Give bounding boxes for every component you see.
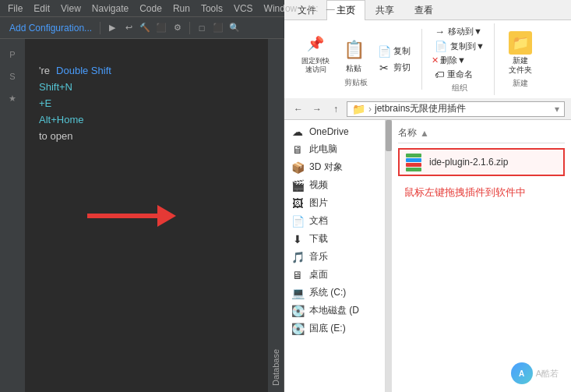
new-folder-icon: 📁 (509, 31, 532, 55)
popup-item-double-shift[interactable]: 're Double Shift (33, 62, 260, 79)
rename-icon: 🏷 (435, 69, 444, 80)
nav-video-label: 视频 (309, 178, 328, 192)
nav-onedrive[interactable]: ☁ OneDrive (284, 123, 385, 140)
address-path[interactable]: 📁 › jetbrains无限使用插件 ▾ (347, 101, 565, 117)
nav-desktop-label: 桌面 (309, 268, 328, 281)
sidebar-icon-2[interactable]: S (3, 67, 22, 86)
name-column-label: 名称 (398, 126, 417, 139)
nav-3d-objects[interactable]: 📦 3D 对象 (284, 158, 385, 176)
cut-button[interactable]: ✂ 剪切 (373, 60, 415, 76)
toolbar-run-btn[interactable]: ▶ (105, 21, 119, 35)
toolbar-extra1[interactable]: □ (195, 21, 209, 35)
toolbar-stop-btn[interactable]: ⬛ (154, 21, 168, 35)
nav-this-pc[interactable]: 🖥 此电脑 (284, 140, 385, 158)
back-button[interactable]: ← (291, 101, 306, 117)
menu-edit[interactable]: Edit (29, 2, 55, 16)
nav-desktop[interactable]: 🖥 桌面 (284, 266, 385, 284)
cut-icon: ✂ (378, 62, 390, 74)
up-button[interactable]: ↑ (328, 101, 344, 117)
delete-button[interactable]: ✕ 删除▼ (432, 55, 488, 66)
move-to-button[interactable]: → 移动到▼ (432, 25, 488, 38)
toolbar-settings-btn[interactable]: ⚙ (171, 21, 185, 35)
organize-group-label: 组织 (452, 83, 467, 94)
tab-share[interactable]: 共享 (365, 0, 404, 20)
toolbar-extra2[interactable]: ⬛ (211, 21, 225, 35)
database-sidebar-label[interactable]: Database (268, 39, 284, 392)
nav-onedrive-label: OneDrive (309, 126, 349, 137)
copy-icon: 📄 (378, 45, 390, 58)
toolbar-rerun-btn[interactable]: ↩ (122, 21, 136, 35)
popup-item-open[interactable]: to open (33, 128, 260, 144)
popup-item-e[interactable]: +E (33, 95, 260, 111)
music-icon: 🎵 (291, 251, 305, 263)
copyto-label: 复制到▼ (450, 41, 485, 52)
copy-button[interactable]: 📄 复制 (373, 44, 415, 59)
pin-label: 固定到快速访问 (301, 57, 330, 74)
nav-scrollbar[interactable] (386, 120, 392, 392)
popup-item-shift-n[interactable]: Shift+N (33, 79, 260, 95)
move-label: 移动到▼ (448, 26, 482, 37)
path-chevron: ▾ (555, 104, 559, 115)
ide-content-area: 're Double Shift Shift+N +E Alt+Home to … (25, 39, 268, 392)
nav-drive-e[interactable]: 💽 国底 (E:) (284, 320, 385, 337)
copy-cut-group: 📄 复制 ✂ 剪切 (373, 44, 415, 76)
toolbar-search-btn[interactable]: 🔍 (227, 21, 241, 35)
menu-te[interactable]: te: (303, 2, 323, 16)
nav-system-c[interactable]: 💻 系统 (C:) (284, 284, 385, 302)
drive-c-icon: 💻 (291, 287, 305, 299)
annotation-text: 鼠标左键拖拽插件到软件中 (398, 182, 565, 203)
video-icon: 🎬 (291, 179, 305, 192)
file-name-label: ide-plugin-2.1.6.zip (429, 157, 508, 168)
ribbon-group-clipboard: 📌 固定到快速访问 📋 粘贴 📄 复制 ✂ 剪切 (291, 29, 422, 90)
toolbar-build-btn[interactable]: 🔨 (138, 21, 152, 35)
paste-icon: 📋 (342, 38, 365, 62)
nav-pictures[interactable]: 🖼 图片 (284, 194, 385, 212)
tab-view[interactable]: 查看 (404, 0, 443, 20)
menu-run[interactable]: Run (168, 2, 195, 16)
nav-music[interactable]: 🎵 音乐 (284, 248, 385, 266)
move-icon: → (435, 26, 445, 37)
file-pane: 名称 ▲ ide-plugin-2.1.6.zip 鼠标左键拖拽插件到软件中 (392, 120, 571, 392)
watermark-logo: A (511, 362, 533, 384)
rename-button[interactable]: 🏷 重命名 (432, 68, 488, 81)
file-item-plugin-zip[interactable]: ide-plugin-2.1.6.zip (398, 148, 565, 176)
nav-drive-d-label: 本地磁盘 (D (309, 304, 359, 317)
copy-to-button[interactable]: 📄 复制到▼ (432, 40, 488, 53)
nav-3d-label: 3D 对象 (309, 161, 343, 174)
menu-file[interactable]: File (3, 2, 27, 16)
menu-window[interactable]: Window (259, 2, 302, 16)
sidebar-icon-3[interactable]: ★ (3, 89, 22, 108)
documents-icon: 📄 (291, 215, 305, 228)
ide-left-sidebar: P S ★ (0, 39, 25, 392)
sort-arrow: ▲ (420, 128, 429, 139)
clipboard-group-label: 剪贴板 (344, 77, 368, 88)
nav-documents[interactable]: 📄 文档 (284, 212, 385, 230)
nav-documents-label: 文档 (309, 214, 328, 228)
popup-key-e: +E (39, 97, 51, 109)
menu-view[interactable]: View (56, 2, 86, 16)
menu-tools[interactable]: Tools (196, 2, 227, 16)
zip-file-icon (404, 153, 423, 171)
menu-navigate[interactable]: Navigate (87, 2, 133, 16)
plugin-icon-visual (404, 153, 423, 171)
forward-button[interactable]: → (309, 101, 325, 117)
nav-video[interactable]: 🎬 视频 (284, 176, 385, 194)
sidebar-icon-1[interactable]: P (3, 45, 22, 64)
nav-system-c-label: 系统 (C:) (309, 286, 346, 299)
pictures-icon: 🖼 (291, 197, 305, 210)
nav-scroll-thumb (386, 120, 392, 151)
nav-downloads[interactable]: ⬇ 下载 (284, 230, 385, 248)
popup-item-alt-home[interactable]: Alt+Home (33, 111, 260, 128)
new-group-label: 新建 (513, 78, 528, 89)
menu-vcs[interactable]: VCS (229, 2, 258, 16)
paste-label: 粘贴 (346, 63, 361, 74)
ide-menu-bar: File Edit View Navigate Code Run Tools V… (0, 0, 284, 17)
menu-code[interactable]: Code (135, 2, 167, 16)
copyto-icon: 📄 (435, 41, 447, 52)
nav-drive-d[interactable]: 💽 本地磁盘 (D (284, 302, 385, 320)
pin-button[interactable]: 📌 固定到快速访问 (297, 30, 334, 76)
add-config-button[interactable]: Add Configuration... (6, 21, 95, 35)
nav-pictures-label: 图片 (309, 196, 328, 210)
new-folder-button[interactable]: 📁 新建文件夹 (504, 30, 537, 76)
paste-button[interactable]: 📋 粘贴 (337, 37, 370, 76)
